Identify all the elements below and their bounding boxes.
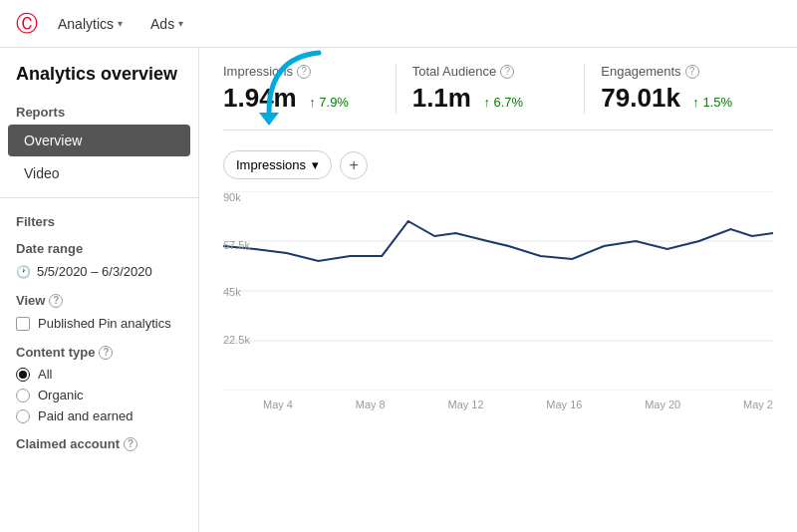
content-paid-radio[interactable] <box>16 409 30 423</box>
content-all-label: All <box>38 367 52 382</box>
chart-y-labels: 90k 67.5k 45k 22.5k <box>223 191 254 381</box>
metric-selector[interactable]: Impressions ▾ <box>223 150 332 179</box>
chart-svg <box>223 191 773 391</box>
impressions-value: 1.94m <box>223 83 297 113</box>
content-type-label: Content type ? <box>0 335 198 364</box>
ads-label: Ads <box>150 16 174 32</box>
x-label-may24: May 2 <box>743 399 773 410</box>
chart-controls: Impressions ▾ + <box>223 150 773 179</box>
x-label-may20: May 20 <box>645 399 680 410</box>
y-label-225k: 22.5k <box>223 334 250 346</box>
content-organic-row[interactable]: Organic <box>0 385 198 405</box>
clock-icon: 🕐 <box>16 265 31 279</box>
engagements-help-icon[interactable]: ? <box>685 65 699 79</box>
analytics-label: Analytics <box>58 16 114 32</box>
x-label-may16: May 16 <box>546 399 582 410</box>
published-pin-checkbox[interactable] <box>16 317 30 331</box>
ads-nav[interactable]: Ads ▾ <box>142 12 191 36</box>
view-help-icon[interactable]: ? <box>49 294 63 308</box>
y-label-675k: 67.5k <box>223 239 250 251</box>
sidebar-item-video[interactable]: Video <box>8 157 190 189</box>
claimed-account-help-icon[interactable]: ? <box>124 437 137 451</box>
ads-chevron-icon: ▾ <box>178 18 183 29</box>
chart-wrapper: 90k 67.5k 45k 22.5k <box>223 191 773 410</box>
audience-stat: Total Audience ? 1.1m ↑ 6.7% <box>397 64 586 114</box>
date-range-selector[interactable]: 🕐 5/5/2020 – 6/3/2020 <box>0 260 198 283</box>
sidebar: Analytics overview Reports Overview Vide… <box>0 48 199 532</box>
sidebar-item-overview[interactable]: Overview <box>8 125 190 156</box>
content-paid-row[interactable]: Paid and earned <box>0 405 198 426</box>
analytics-chevron-icon: ▾ <box>118 18 123 29</box>
published-pin-checkbox-row[interactable]: Published Pin analytics <box>0 312 198 335</box>
content-all-row[interactable]: All <box>0 364 198 385</box>
content-type-help-icon[interactable]: ? <box>99 346 113 360</box>
view-section-label: View ? <box>0 283 198 312</box>
published-pin-label: Published Pin analytics <box>38 316 171 331</box>
sidebar-divider-1 <box>0 197 198 198</box>
content-paid-label: Paid and earned <box>38 408 133 423</box>
engagements-label: Engagements <box>601 64 680 79</box>
audience-label: Total Audience <box>412 64 497 79</box>
page-title: Analytics overview <box>0 64 198 97</box>
content-organic-radio[interactable] <box>16 389 30 402</box>
top-nav: Ⓒ Analytics ▾ Ads ▾ <box>0 0 797 48</box>
stats-row: Impressions ? 1.94m ↑ 7.9% Total Audienc… <box>223 64 773 131</box>
chart-x-labels: May 4 May 8 May 12 May 16 May 20 May 2 <box>263 399 773 410</box>
metric-chevron-icon: ▾ <box>312 157 319 172</box>
metric-label: Impressions <box>236 157 306 172</box>
y-label-45k: 45k <box>223 286 250 298</box>
content-organic-label: Organic <box>38 388 84 402</box>
date-range-label: Date range <box>0 233 198 260</box>
main-content: Impressions ? 1.94m ↑ 7.9% Total Audienc… <box>199 48 797 532</box>
impressions-help-icon[interactable]: ? <box>297 65 311 79</box>
x-label-may4: May 4 <box>263 399 293 410</box>
pinterest-logo: Ⓒ <box>16 9 38 39</box>
engagements-value: 79.01k <box>601 83 680 113</box>
claimed-account-label: Claimed account ? <box>0 426 198 455</box>
date-range-value: 5/5/2020 – 6/3/2020 <box>37 264 152 279</box>
x-label-may8: May 8 <box>356 399 386 410</box>
y-label-90k: 90k <box>223 191 250 203</box>
impressions-change: ↑ 7.9% <box>309 95 349 110</box>
engagements-stat: Engagements ? 79.01k ↑ 1.5% <box>585 64 773 114</box>
add-metric-button[interactable]: + <box>340 151 368 179</box>
audience-value: 1.1m <box>412 83 471 113</box>
impressions-stat: Impressions ? 1.94m ↑ 7.9% <box>223 64 397 114</box>
impressions-label: Impressions <box>223 64 293 79</box>
reports-section: Reports <box>0 97 198 124</box>
engagements-change: ↑ 1.5% <box>692 95 732 110</box>
filters-label: Filters <box>0 206 198 233</box>
x-label-may12: May 12 <box>447 399 483 410</box>
analytics-nav[interactable]: Analytics ▾ <box>50 12 131 36</box>
content-all-radio[interactable] <box>16 368 30 382</box>
audience-help-icon[interactable]: ? <box>500 65 514 79</box>
audience-change: ↑ 6.7% <box>483 95 523 110</box>
